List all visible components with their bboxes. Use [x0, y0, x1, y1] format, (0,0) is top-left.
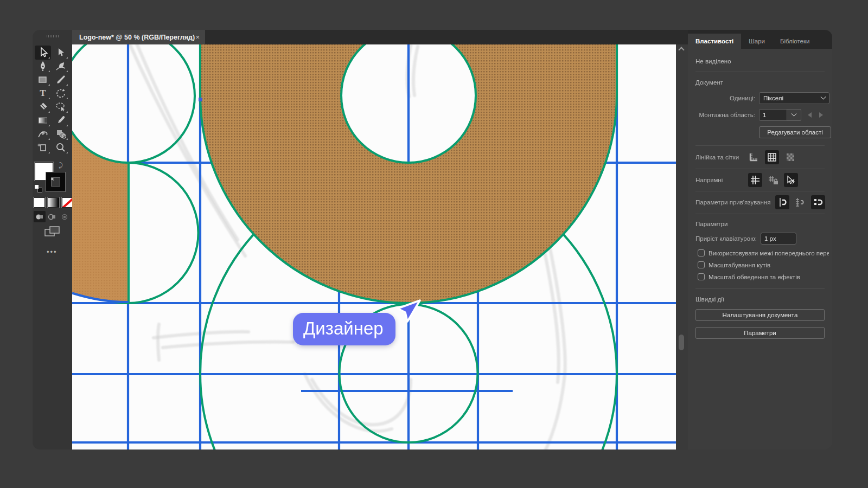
- scroll-up-icon[interactable]: [678, 47, 684, 53]
- stroke-color-swatch[interactable]: [46, 172, 65, 191]
- grid-icon[interactable]: [765, 150, 779, 164]
- artboard-select-chevron[interactable]: [787, 109, 801, 121]
- document-tab-bar: Logo-new* @ 50 % (RGB/Перегляд) ×: [72, 30, 688, 44]
- collaborator-cursor-icon: [396, 299, 424, 325]
- prev-artboard-icon[interactable]: [808, 112, 812, 118]
- snap-to-pixel-icon[interactable]: [811, 195, 825, 209]
- document-section-title: Документ: [695, 79, 832, 86]
- snap-to-point-icon[interactable]: [775, 195, 789, 209]
- guides-label: Напрямні: [695, 177, 723, 183]
- artboard-label: Монтажна область:: [695, 112, 755, 118]
- lasso-tool[interactable]: [53, 100, 69, 114]
- symbol-sprayer-tool[interactable]: [35, 127, 51, 141]
- rulers-grids-label: Лінійка та сітки: [695, 154, 739, 160]
- canvas[interactable]: Дизайнер: [72, 44, 676, 450]
- selection-tool[interactable]: [35, 46, 51, 60]
- direct-selection-tool[interactable]: [53, 46, 69, 60]
- snap-guides-icon[interactable]: [784, 173, 798, 187]
- rectangle-tool[interactable]: [35, 73, 51, 87]
- ruler-icon[interactable]: [746, 150, 761, 164]
- color-fill-button[interactable]: [34, 197, 45, 208]
- tab-properties[interactable]: Властивості: [688, 34, 741, 49]
- preferences-button[interactable]: Параметри: [695, 327, 825, 339]
- draw-inside-button[interactable]: [59, 211, 71, 222]
- checkbox-row: Масштабування кутів: [698, 261, 832, 268]
- checkbox-row: Масштаб обведення та ефектів: [698, 273, 832, 280]
- checkbox-row: Використовувати межі попереднього пере..…: [698, 249, 832, 256]
- curvature-tool[interactable]: [53, 59, 69, 73]
- shape-builder-tool[interactable]: [53, 127, 69, 141]
- draw-behind-button[interactable]: [46, 211, 58, 222]
- snap-to-grid-icon[interactable]: [793, 195, 807, 209]
- units-dropdown[interactable]: Пікселі: [759, 92, 829, 104]
- zoom-tool[interactable]: [53, 140, 69, 155]
- snapping-options-label: Параметри прив'язування: [695, 199, 770, 206]
- scale-corners-checkbox[interactable]: [698, 261, 705, 268]
- svg-text:T: T: [40, 88, 46, 98]
- edit-toolbar-icon[interactable]: •••: [47, 248, 58, 256]
- keyboard-increment-input[interactable]: 1 px: [761, 233, 796, 245]
- keyboard-increment-label: Приріст клавіатурою:: [695, 235, 757, 242]
- show-guides-icon[interactable]: [748, 173, 762, 187]
- edit-artboards-button[interactable]: Редагувати області: [759, 126, 831, 138]
- chevron-down-icon: [821, 94, 826, 99]
- options-section-title: Параметри: [695, 221, 832, 227]
- collaborator-cursor-label: Дизайнер: [293, 313, 395, 345]
- document-tab[interactable]: Logo-new* @ 50 % (RGB/Перегляд) ×: [72, 30, 205, 44]
- next-artboard-icon[interactable]: [819, 112, 823, 118]
- default-colors-icon[interactable]: [34, 184, 42, 192]
- pen-tool[interactable]: [35, 59, 51, 73]
- eyedropper-tool[interactable]: [53, 113, 69, 127]
- quick-actions-title: Швидкі дії: [695, 296, 832, 303]
- lock-guides-icon[interactable]: [766, 173, 780, 187]
- tab-libraries[interactable]: Бібліотеки: [773, 34, 818, 49]
- artboard-select[interactable]: 1: [759, 109, 787, 121]
- draw-normal-button[interactable]: [34, 211, 46, 222]
- change-screen-mode-icon[interactable]: [44, 226, 61, 239]
- scale-strokes-effects-checkbox[interactable]: [698, 273, 705, 280]
- document-setup-button[interactable]: Налаштування документа: [695, 309, 825, 321]
- illustrator-window: T: [33, 30, 832, 450]
- tools-panel: T: [33, 30, 72, 450]
- type-tool[interactable]: T: [35, 86, 51, 100]
- swap-fill-stroke-icon[interactable]: ⤸: [59, 161, 63, 170]
- document-title: Logo-new* @ 50 % (RGB/Перегляд): [79, 34, 195, 41]
- properties-panel: Властивості Шари Бібліотеки Не виділено …: [688, 30, 832, 450]
- selection-status: Не виділено: [695, 58, 832, 65]
- scrollbar-thumb[interactable]: [679, 335, 684, 350]
- artboard-tool[interactable]: [35, 140, 51, 155]
- use-preview-bounds-checkbox[interactable]: [698, 249, 705, 256]
- canvas-scrollbar[interactable]: [676, 44, 688, 450]
- gradient-fill-button[interactable]: [48, 197, 59, 208]
- construction-circle-top-left[interactable]: [72, 44, 195, 163]
- tab-layers[interactable]: Шари: [741, 34, 773, 49]
- rotate-tool[interactable]: [53, 86, 69, 100]
- paintbrush-tool[interactable]: [53, 73, 69, 87]
- anchor-point[interactable]: [199, 98, 202, 101]
- close-tab-icon[interactable]: ×: [195, 33, 200, 41]
- none-fill-button[interactable]: [62, 197, 73, 208]
- transparency-grid-icon[interactable]: [783, 150, 797, 164]
- units-label: Одиниці:: [695, 95, 755, 101]
- toolbar-grip[interactable]: [47, 35, 59, 37]
- eraser-tool[interactable]: [35, 100, 51, 114]
- gradient-tool[interactable]: [35, 113, 51, 127]
- panel-tabs: Властивості Шари Бібліотеки: [688, 30, 832, 49]
- desktop-background: T: [0, 0, 868, 488]
